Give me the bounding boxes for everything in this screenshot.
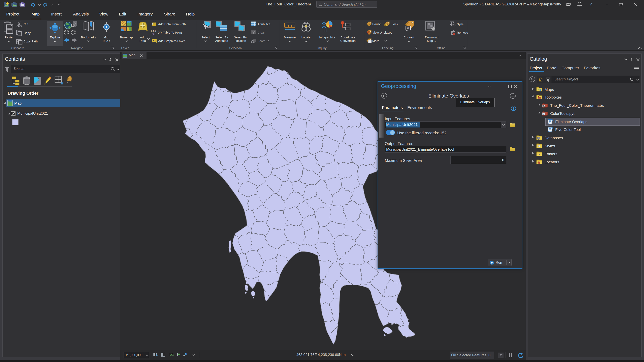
- svg-text:A: A: [407, 26, 409, 30]
- svg-text:EXY: EXY: [151, 29, 157, 32]
- svg-text:N: N: [185, 353, 187, 356]
